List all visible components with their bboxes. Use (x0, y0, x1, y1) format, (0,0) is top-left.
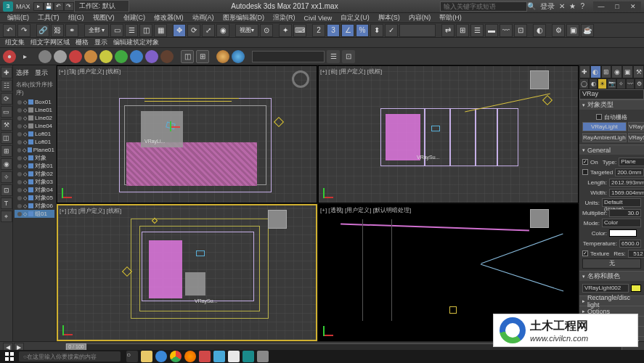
tree-item[interactable]: ◇对象02 (15, 170, 54, 178)
menu-modifiers[interactable]: 修改器(M) (150, 13, 188, 23)
lt-12-icon[interactable]: ⌖ (1, 211, 12, 222)
task-app5-icon[interactable] (257, 351, 269, 362)
tree-item[interactable]: ◇Box01 (15, 98, 54, 106)
percent-snap-icon[interactable]: % (356, 24, 369, 37)
help-icon[interactable]: ? (580, 2, 584, 10)
object-color-swatch[interactable] (631, 285, 641, 292)
minimize-button[interactable]: — (593, 1, 609, 12)
task-explorer-icon[interactable] (141, 351, 152, 362)
toggle-ribbon-icon[interactable]: ▬ (485, 24, 498, 37)
object-name-field[interactable]: VRayLight002 (582, 284, 629, 293)
lt-motion-icon[interactable]: ⟳ (1, 93, 12, 105)
select-object-icon[interactable]: ▭ (110, 24, 123, 37)
sb-color7[interactable] (130, 50, 143, 63)
res-spinner[interactable]: 512 (628, 250, 644, 258)
subtab-lights[interactable]: ☀ (598, 78, 607, 89)
texture-slot-button[interactable]: 无 (582, 258, 641, 269)
sb-color1[interactable] (38, 50, 52, 63)
maximize-button[interactable]: □ (609, 1, 625, 12)
cmd-tab-utilities[interactable]: ⚒ (633, 65, 644, 78)
window-crossing-icon[interactable]: ▦ (154, 24, 167, 37)
lt-11-icon[interactable]: T (1, 197, 12, 209)
tree-item[interactable]: ◇对象04 (15, 186, 54, 194)
named-sel-dropdown[interactable] (399, 24, 436, 37)
tb2-label4[interactable]: 显示 (92, 38, 110, 47)
open-icon[interactable]: ▸ (33, 2, 44, 11)
render-setup-icon[interactable]: ⚙ (552, 24, 565, 37)
sb-color9[interactable] (160, 50, 174, 63)
tree-item[interactable]: ◇组01 (15, 210, 54, 218)
lt-display-icon[interactable]: ▭ (1, 106, 12, 118)
lt-9-icon[interactable]: ✧ (1, 171, 12, 183)
texture-check[interactable] (582, 250, 588, 256)
menu-group[interactable]: 组(G) (64, 13, 89, 23)
viewport-top-label[interactable]: [+] [顶] [用户定义] [线框] (59, 68, 121, 76)
menu-rendering[interactable]: 渲染(R) (269, 13, 300, 23)
steering-wheel-icon[interactable] (292, 70, 309, 88)
tree-item[interactable]: ◇Line04 (15, 122, 54, 130)
sb-tool2[interactable]: ⊞ (196, 50, 209, 63)
multiplier-spinner[interactable]: 30.0 (609, 209, 641, 217)
ref-coord-dropdown[interactable]: 视图▾ (235, 24, 258, 37)
material-editor-icon[interactable]: ◐ (533, 24, 546, 37)
tree-item[interactable]: ◇Line02 (15, 114, 54, 122)
unlink-icon[interactable]: ⛓ (51, 24, 64, 37)
targeted-spinner[interactable]: 200.0mm (615, 168, 643, 176)
btn-vraylight[interactable]: VRayLight (582, 122, 627, 131)
task-cortana-icon[interactable]: ○ (126, 351, 138, 362)
color-swatch[interactable] (609, 229, 637, 237)
manipulate-icon[interactable]: ✦ (279, 24, 292, 37)
render-production-icon[interactable]: ☕ (581, 24, 594, 37)
tree-item[interactable]: ◇Line01 (15, 106, 54, 114)
menu-create[interactable]: 创建(C) (119, 13, 150, 23)
rendered-frame-icon[interactable]: ▣ (566, 24, 579, 37)
rollout-name-color[interactable]: ▾名称和颜色 (579, 271, 644, 281)
select-region-icon[interactable]: ◫ (139, 24, 152, 37)
keyboard-shortcut-icon[interactable]: ⌨ (293, 24, 306, 37)
scene-tab-display[interactable]: 显示 (35, 68, 48, 78)
viewport-front-label[interactable]: [+] [前] [用户定义] [线框] (320, 68, 382, 76)
sb-color4[interactable] (84, 50, 97, 63)
undo-icon[interactable]: ↶ (3, 24, 16, 37)
subtab-spacewarps[interactable]: 〰 (626, 78, 635, 89)
task-app2-icon[interactable] (213, 351, 225, 362)
exchange-icon[interactable]: ✕ (559, 2, 565, 10)
cmd-tab-modify[interactable]: ◐ (590, 65, 601, 78)
task-edge-icon[interactable] (155, 351, 167, 362)
tree-item[interactable]: ◇对象01 (15, 162, 54, 170)
undo-title-icon[interactable]: ↶ (54, 2, 64, 11)
bind-icon[interactable]: ⚭ (65, 24, 78, 37)
sb-prop-icon[interactable]: ⊡ (342, 50, 355, 63)
link-icon[interactable]: 🔗 (36, 24, 49, 37)
cmd-tab-display[interactable]: ▣ (622, 65, 633, 78)
lt-7-icon[interactable]: ⊞ (1, 145, 12, 157)
time-slider[interactable]: 0 / 100 (66, 343, 86, 351)
schematic-view-icon[interactable]: ⊡ (514, 24, 527, 37)
tb2-label3[interactable]: 栅格 (73, 38, 91, 47)
units-dropdown[interactable]: Default (image) (602, 198, 641, 207)
edit-named-sel-icon[interactable]: ✓ (385, 24, 398, 37)
infocenter-icon[interactable]: 🔍 (527, 2, 536, 10)
lt-10-icon[interactable]: ⊡ (1, 184, 12, 196)
btn-rayambient[interactable]: RayAmbientLigh (582, 133, 627, 142)
lt-utilities-icon[interactable]: ⚒ (1, 119, 12, 131)
type-dropdown[interactable]: Plane (619, 158, 644, 166)
tree-item[interactable]: ◇Plane01 (15, 146, 54, 154)
rollout-object-type[interactable]: ▾对象类型 (579, 99, 644, 110)
mirror-icon[interactable]: ⇄ (441, 24, 455, 37)
sb-sphere2[interactable] (232, 50, 245, 63)
lt-6-icon[interactable]: ◫ (1, 132, 12, 144)
select-by-name-icon[interactable]: ☰ (125, 24, 138, 37)
select-place-icon[interactable]: ◉ (216, 24, 229, 37)
subtab-helpers[interactable]: ✧ (616, 78, 626, 89)
viewport-top[interactable]: [+] [顶] [用户定义] [线框] VRayLi... (57, 65, 317, 203)
lt-create-icon[interactable]: ✚ (1, 67, 12, 78)
menu-customize[interactable]: 自定义(U) (336, 13, 374, 23)
scene-tree[interactable]: ◇Box01◇Line01◇Line02◇Line04◇Loft01◇Loft0… (15, 98, 54, 218)
sb-sphere1[interactable] (216, 50, 229, 63)
task-chrome-icon[interactable] (170, 351, 182, 362)
viewcube-icon[interactable] (530, 209, 549, 228)
tree-item[interactable]: ◇Loft01 (15, 138, 54, 146)
sb-tool1[interactable]: ◫ (181, 50, 194, 63)
sb-layer-icon[interactable]: ☰ (327, 50, 340, 63)
